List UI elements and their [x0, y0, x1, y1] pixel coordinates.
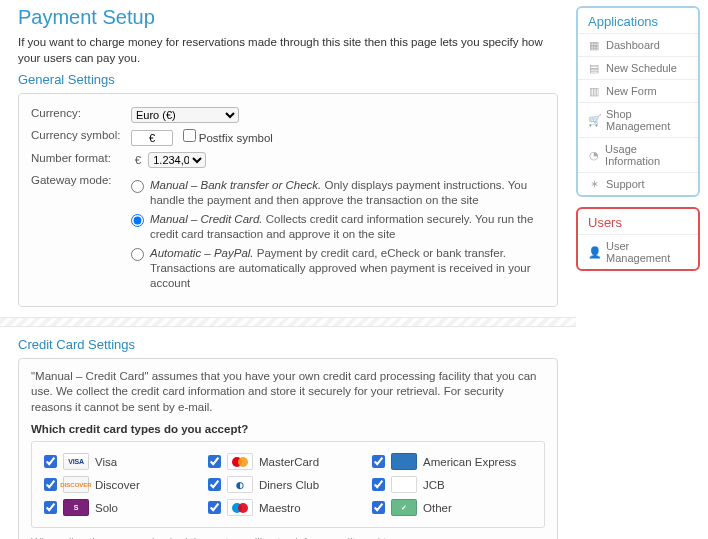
sidebar-item-label: Support — [606, 178, 645, 190]
card-diners[interactable]: ◐Diners Club — [206, 473, 370, 496]
sidebar-item-new-form[interactable]: ▥New Form — [578, 79, 698, 102]
sidebar-item-label: New Schedule — [606, 62, 677, 74]
section-divider — [0, 317, 576, 327]
card-visa[interactable]: VISAVisa — [42, 450, 206, 473]
gateway-option-paypal[interactable]: Automatic – PayPal. Payment by credit ca… — [131, 244, 545, 293]
page-intro: If you want to charge money for reservat… — [18, 35, 558, 66]
card-label: Solo — [95, 502, 118, 514]
sidebar-item-user-management[interactable]: 👤User Management — [578, 234, 698, 269]
card-amex[interactable]: American Express — [370, 450, 534, 473]
discover-icon: DISCOVER — [63, 476, 89, 493]
card-discover-checkbox[interactable] — [44, 478, 57, 491]
symbol-label: Currency symbol: — [31, 129, 131, 141]
users-box: Users 👤User Management — [576, 207, 700, 271]
gateway-option-manual-cc[interactable]: Manual – Credit Card. Collects credit ca… — [131, 210, 545, 244]
sidebar-item-shop-management[interactable]: 🛒Shop Management — [578, 102, 698, 137]
sidebar-item-label: User Management — [606, 240, 688, 264]
card-solo[interactable]: SSolo — [42, 496, 206, 519]
maestro-icon — [227, 499, 253, 516]
postfix-label: Postfix symbol — [199, 132, 273, 144]
mastercard-icon — [227, 453, 253, 470]
applications-box: Applications ▦Dashboard ▤New Schedule ▥N… — [576, 6, 700, 197]
calendar-icon: ▤ — [588, 62, 600, 74]
symbol-input[interactable] — [131, 130, 173, 146]
card-visa-checkbox[interactable] — [44, 455, 57, 468]
card-jcb-checkbox[interactable] — [372, 478, 385, 491]
sidebar-item-label: Dashboard — [606, 39, 660, 51]
gateway-option-manual-bank[interactable]: Manual – Bank transfer or Check. Only di… — [131, 176, 545, 210]
diners-icon: ◐ — [227, 476, 253, 493]
card-maestro-checkbox[interactable] — [208, 501, 221, 514]
format-label: Number format: — [31, 152, 131, 164]
dashboard-icon: ▦ — [588, 39, 600, 51]
card-amex-checkbox[interactable] — [372, 455, 385, 468]
cc-heading: Credit Card Settings — [18, 337, 558, 352]
sidebar-item-label: Usage Information — [605, 143, 688, 167]
form-icon: ▥ — [588, 85, 600, 97]
visa-icon: VISA — [63, 453, 89, 470]
cc-panel: "Manual – Credit Card" assumes that you … — [18, 358, 558, 539]
support-icon: ✶ — [588, 178, 600, 190]
format-prefix: € — [131, 154, 145, 166]
card-label: Diners Club — [259, 479, 319, 491]
card-maestro[interactable]: Maestro — [206, 496, 370, 519]
card-other-checkbox[interactable] — [372, 501, 385, 514]
cc-desc: "Manual – Credit Card" assumes that you … — [31, 369, 545, 416]
page-title: Payment Setup — [18, 6, 558, 29]
solo-icon: S — [63, 499, 89, 516]
users-title: Users — [578, 209, 698, 234]
cart-icon: 🛒 — [588, 114, 600, 126]
card-solo-checkbox[interactable] — [44, 501, 57, 514]
card-mastercard-checkbox[interactable] — [208, 455, 221, 468]
gateway-radio-bank[interactable] — [131, 180, 144, 193]
sidebar-item-support[interactable]: ✶Support — [578, 172, 698, 195]
card-label: JCB — [423, 479, 445, 491]
card-grid: VISAVisa MasterCard American Express DIS… — [31, 441, 545, 528]
postfix-checkbox[interactable] — [183, 129, 196, 142]
card-label: MasterCard — [259, 456, 319, 468]
card-discover[interactable]: DISCOVERDiscover — [42, 473, 206, 496]
card-jcb[interactable]: JCB — [370, 473, 534, 496]
card-label: Discover — [95, 479, 140, 491]
cc-question: Which credit card types do you accept? — [31, 423, 545, 435]
card-label: Maestro — [259, 502, 301, 514]
sidebar-item-label: New Form — [606, 85, 657, 97]
gateway-label: Gateway mode: — [31, 174, 131, 186]
other-card-icon: ✓ — [391, 499, 417, 516]
sidebar-item-dashboard[interactable]: ▦Dashboard — [578, 33, 698, 56]
card-label: Visa — [95, 456, 117, 468]
card-label: American Express — [423, 456, 516, 468]
info-icon: ◔ — [588, 149, 599, 161]
sidebar-item-usage-information[interactable]: ◔Usage Information — [578, 137, 698, 172]
card-other[interactable]: ✓Other — [370, 496, 534, 519]
sidebar-item-label: Shop Management — [606, 108, 688, 132]
user-icon: 👤 — [588, 246, 600, 258]
format-select[interactable]: 1.234,00 — [148, 152, 206, 168]
gateway-radio-paypal[interactable] — [131, 248, 144, 261]
sidebar-item-new-schedule[interactable]: ▤New Schedule — [578, 56, 698, 79]
general-panel: Currency: Euro (€) Currency symbol: Post… — [18, 93, 558, 307]
currency-label: Currency: — [31, 107, 131, 119]
general-heading: General Settings — [18, 72, 558, 87]
amex-icon — [391, 453, 417, 470]
gateway-radio-cc[interactable] — [131, 214, 144, 227]
card-label: Other — [423, 502, 452, 514]
jcb-icon — [391, 476, 417, 493]
currency-select[interactable]: Euro (€) — [131, 107, 239, 123]
applications-title: Applications — [578, 8, 698, 33]
card-diners-checkbox[interactable] — [208, 478, 221, 491]
card-mastercard[interactable]: MasterCard — [206, 450, 370, 473]
